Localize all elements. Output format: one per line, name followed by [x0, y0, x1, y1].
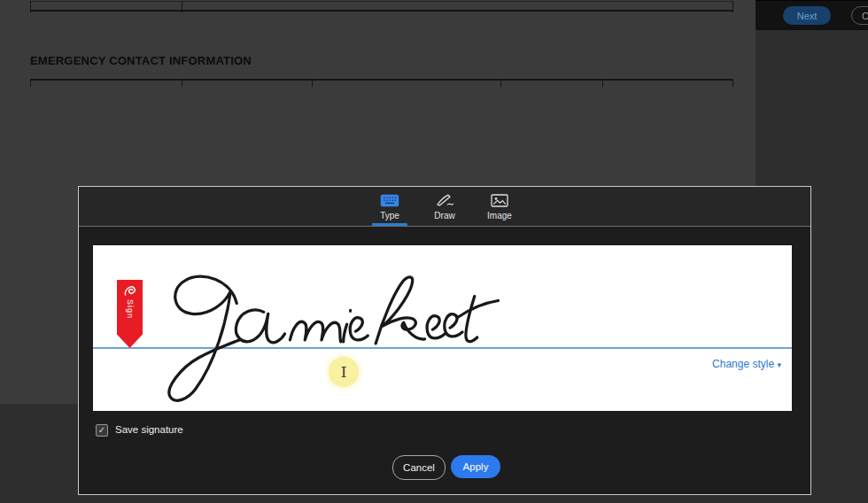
next-button[interactable]: Next — [783, 6, 831, 25]
tab-type-label: Type — [380, 211, 399, 221]
document-section-heading: EMERGENCY CONTACT INFORMATION — [30, 54, 252, 67]
keyboard-icon — [380, 194, 399, 207]
tab-image-label: Image — [487, 211, 512, 221]
tab-draw[interactable]: Draw — [424, 187, 465, 226]
table-line — [732, 1, 733, 12]
table-line — [182, 79, 182, 87]
typed-signature — [139, 267, 502, 406]
cancel-button[interactable]: Cancel — [392, 455, 446, 480]
acrobat-logo-icon — [123, 284, 137, 298]
signature-dialog-tabs: Type Draw Image — [79, 187, 810, 227]
table-line — [30, 1, 733, 2]
draw-pen-icon — [436, 194, 454, 207]
table-line — [30, 1, 31, 12]
acrobat-window: Edit View E-Sign Window Help Home Tools … — [0, 0, 868, 503]
ibeam-cursor-icon: I — [341, 363, 347, 381]
save-signature-checkbox[interactable]: ✓ — [96, 424, 108, 437]
tab-type[interactable]: Type — [369, 187, 410, 226]
signature-dialog: Type Draw Image — [78, 186, 811, 495]
tab-image[interactable]: Image — [479, 187, 520, 226]
table-line — [732, 79, 733, 87]
change-style-label: Change style — [712, 358, 774, 370]
apply-button[interactable]: Apply — [451, 455, 500, 478]
table-line — [30, 79, 733, 81]
change-style-dropdown[interactable]: Change style ▾ — [712, 358, 781, 370]
chevron-down-icon: ▾ — [777, 360, 781, 369]
table-line — [182, 1, 182, 12]
table-line — [500, 79, 501, 87]
table-line — [312, 79, 313, 87]
table-line — [30, 79, 31, 87]
tab-draw-label: Draw — [434, 211, 454, 221]
close-button[interactable]: Clo — [851, 6, 868, 25]
table-line — [602, 79, 603, 87]
signature-input-area[interactable]: Sign Change style ▾ — [93, 245, 792, 411]
table-line — [30, 10, 733, 12]
image-icon — [491, 194, 508, 207]
text-cursor-highlight: I — [329, 357, 359, 387]
save-signature-label: Save signature — [115, 424, 183, 435]
sign-here-flag-label: Sign — [126, 299, 135, 319]
